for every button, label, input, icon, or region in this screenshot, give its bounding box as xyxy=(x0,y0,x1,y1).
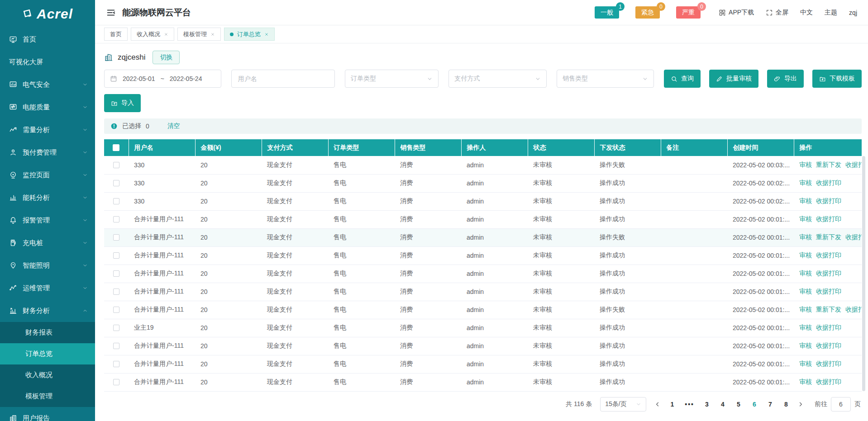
row-checkbox[interactable] xyxy=(113,361,119,367)
action-link-收据打印[interactable]: 收据打印 xyxy=(816,197,841,204)
action-link-收据打印[interactable]: 收据打印 xyxy=(816,215,841,222)
sidebar-item-可视化大屏[interactable]: 可视化大屏 xyxy=(0,51,95,73)
tab-close-icon[interactable] xyxy=(210,32,215,37)
top-link-全屏[interactable]: 全屏 xyxy=(766,9,788,17)
action-link-收据打印[interactable]: 收据打印 xyxy=(845,161,862,168)
page-number-8[interactable]: 8 xyxy=(783,401,789,408)
action-link-审核[interactable]: 审核 xyxy=(799,342,812,349)
action-link-收据打印[interactable]: 收据打印 xyxy=(845,306,862,313)
sidebar-item-监控页面[interactable]: 监控页面 xyxy=(0,164,95,186)
action-link-收据打印[interactable]: 收据打印 xyxy=(816,251,841,259)
sidebar-item-需量分析[interactable]: 需量分析 xyxy=(0,118,95,141)
sidebar-subitem-模板管理[interactable]: 模板管理 xyxy=(0,386,95,407)
sidebar-item-财务分析[interactable]: 财务分析 xyxy=(0,299,95,322)
top-link-中文[interactable]: 中文 xyxy=(800,9,813,17)
row-checkbox[interactable] xyxy=(113,162,119,168)
action-link-审核[interactable]: 审核 xyxy=(799,288,812,295)
prev-page-icon[interactable] xyxy=(654,401,661,407)
tab-模板管理[interactable]: 模板管理 xyxy=(177,28,221,41)
username-input[interactable] xyxy=(231,70,335,88)
action-link-收据打印[interactable]: 收据打印 xyxy=(816,360,841,367)
action-link-审核[interactable]: 审核 xyxy=(799,161,812,168)
action-link-收据打印[interactable]: 收据打印 xyxy=(816,378,841,385)
action-link-收据打印[interactable]: 收据打印 xyxy=(816,270,841,277)
action-link-审核[interactable]: 审核 xyxy=(799,306,812,313)
sidebar-item-预付费管理[interactable]: 预付费管理 xyxy=(0,141,95,164)
clear-selection-link[interactable]: 清空 xyxy=(167,122,180,130)
action-link-重新下发[interactable]: 重新下发 xyxy=(816,306,841,313)
row-checkbox[interactable] xyxy=(113,252,119,259)
scrollbar-thumb[interactable] xyxy=(862,156,865,391)
action-link-审核[interactable]: 审核 xyxy=(799,215,812,222)
top-link-zqj[interactable]: zqj xyxy=(849,9,857,16)
page-size-select[interactable]: 15条/页 xyxy=(600,397,646,412)
action-link-重新下发[interactable]: 重新下发 xyxy=(816,233,841,241)
action-link-审核[interactable]: 审核 xyxy=(799,251,812,259)
alarm-badge-一般[interactable]: 一般1 xyxy=(595,6,619,19)
action-link-审核[interactable]: 审核 xyxy=(799,179,812,186)
action-link-审核[interactable]: 审核 xyxy=(799,324,812,331)
sale-type-select[interactable]: 销售类型 xyxy=(557,70,654,88)
tab-收入概况[interactable]: 收入概况 xyxy=(131,28,174,41)
sidebar-item-用户报告[interactable]: 用户报告 xyxy=(0,407,95,421)
page-number-1[interactable]: 1 xyxy=(669,401,675,408)
sidebar-item-运维管理[interactable]: 运维管理 xyxy=(0,277,95,299)
alarm-badge-严重[interactable]: 严重0 xyxy=(676,6,701,19)
sidebar-subitem-财务报表[interactable]: 财务报表 xyxy=(0,322,95,343)
sidebar-subitem-订单总览[interactable]: 订单总览 xyxy=(0,343,95,364)
row-checkbox[interactable] xyxy=(113,216,119,222)
table-scrollbar[interactable] xyxy=(862,156,865,391)
sidebar-item-报警管理[interactable]: 报警管理 xyxy=(0,209,95,232)
date-range-picker[interactable]: 2022-05-01 ~ 2022-05-24 xyxy=(104,70,221,88)
tab-首页[interactable]: 首页 xyxy=(104,28,128,41)
row-checkbox[interactable] xyxy=(113,343,119,349)
sidebar-item-充电桩[interactable]: 充电桩 xyxy=(0,232,95,254)
page-number-7[interactable]: 7 xyxy=(767,401,773,408)
next-page-icon[interactable] xyxy=(797,401,804,407)
top-link-APP下载[interactable]: APP下载 xyxy=(719,9,754,17)
collapse-menu-icon[interactable] xyxy=(106,8,116,18)
page-number-6[interactable]: 6 xyxy=(751,401,758,408)
import-button[interactable]: 导入 xyxy=(104,94,141,112)
sidebar-item-电气安全[interactable]: 电气安全 xyxy=(0,73,95,96)
下载模板-button[interactable]: 下载模板 xyxy=(812,70,862,88)
row-checkbox[interactable] xyxy=(113,270,119,277)
action-link-审核[interactable]: 审核 xyxy=(799,378,812,385)
row-checkbox[interactable] xyxy=(113,180,119,186)
action-link-收据打印[interactable]: 收据打印 xyxy=(816,288,841,295)
alarm-badge-紧急[interactable]: 紧急0 xyxy=(635,6,660,19)
row-checkbox[interactable] xyxy=(113,289,119,295)
order-type-select[interactable]: 订单类型 xyxy=(345,70,439,88)
批量审核-button[interactable]: 批量审核 xyxy=(709,70,758,88)
sidebar-item-智能照明[interactable]: 智能照明 xyxy=(0,254,95,277)
goto-page-input[interactable] xyxy=(831,397,851,412)
sidebar-item-电能质量[interactable]: 电能质量 xyxy=(0,96,95,118)
page-ellipsis[interactable]: ••• xyxy=(685,401,694,408)
page-number-5[interactable]: 5 xyxy=(735,401,742,408)
page-number-4[interactable]: 4 xyxy=(720,401,726,408)
pay-method-select[interactable]: 支付方式 xyxy=(448,70,547,88)
sidebar-item-能耗分析[interactable]: 能耗分析 xyxy=(0,186,95,209)
row-checkbox[interactable] xyxy=(113,234,119,241)
导出-button[interactable]: 导出 xyxy=(767,70,804,88)
action-link-审核[interactable]: 审核 xyxy=(799,270,812,277)
sidebar-item-首页[interactable]: 首页 xyxy=(0,28,95,51)
tab-close-icon[interactable] xyxy=(164,32,168,37)
action-link-收据打印[interactable]: 收据打印 xyxy=(845,233,862,241)
row-checkbox[interactable] xyxy=(113,325,119,331)
action-link-重新下发[interactable]: 重新下发 xyxy=(816,161,841,168)
action-link-收据打印[interactable]: 收据打印 xyxy=(816,324,841,331)
action-link-收据打印[interactable]: 收据打印 xyxy=(816,179,841,186)
top-link-主题[interactable]: 主题 xyxy=(825,9,837,17)
查询-button[interactable]: 查询 xyxy=(664,70,701,88)
action-link-审核[interactable]: 审核 xyxy=(799,197,812,204)
switch-company-button[interactable]: 切换 xyxy=(153,51,180,64)
action-link-审核[interactable]: 审核 xyxy=(799,233,812,241)
tab-订单总览[interactable]: 订单总览 xyxy=(224,28,275,41)
action-link-收据打印[interactable]: 收据打印 xyxy=(816,342,841,349)
action-link-审核[interactable]: 审核 xyxy=(799,360,812,367)
row-checkbox[interactable] xyxy=(113,198,119,204)
row-checkbox[interactable] xyxy=(113,379,119,385)
tab-close-icon[interactable] xyxy=(264,32,269,37)
row-checkbox[interactable] xyxy=(113,307,119,313)
